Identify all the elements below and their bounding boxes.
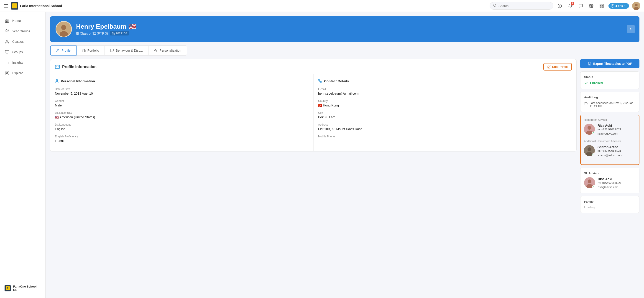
value-proficiency: Fluent (55, 139, 309, 143)
svg-point-0 (494, 4, 496, 6)
additional-advisor-name: Sharon Arese (598, 145, 622, 149)
svg-rect-3 (600, 4, 602, 5)
family-card: Family Loading... (580, 196, 640, 213)
sl-advisor-avatar (584, 177, 595, 188)
tab-behaviour-label: Behaviour & Disc... (116, 49, 143, 52)
value-mobile: – (318, 139, 572, 143)
tab-portfolio[interactable]: Portfolio (76, 45, 105, 55)
search-input[interactable] (498, 4, 544, 8)
sidebar-item-groups[interactable]: Groups (0, 47, 45, 57)
tab-profile[interactable]: Profile (50, 45, 76, 55)
tab-personalisation[interactable]: Personalisation (148, 45, 187, 55)
field-address: Address Flat 10B, 68 Mount Davis Road (318, 123, 572, 131)
value-gender: Male (55, 103, 309, 107)
sidebar-label-home: Home (12, 19, 21, 22)
svg-marker-20 (6, 72, 8, 74)
sidebar-label-groups: Groups (12, 50, 23, 54)
additional-homeroom-label: Additional Homeroom Advisors (584, 140, 636, 143)
classes-icon (4, 39, 10, 44)
sl-advisor-card: SL Advisor Risa Aoki m: +8 (580, 168, 640, 193)
info-grid: Personal Information Date of Birth Novem… (50, 74, 576, 151)
hamburger-menu[interactable] (4, 4, 8, 7)
add-button[interactable] (556, 2, 564, 9)
homeroom-advisor-box: Homeroom Advisor R (580, 115, 640, 165)
status-title: Status (584, 75, 636, 79)
homeroom-advisor-name: Risa Aoki (598, 124, 621, 127)
sidebar-label-explore: Explore (12, 71, 23, 75)
additional-online-dot (592, 153, 594, 156)
edit-profile-button[interactable]: Edit Profile (543, 63, 572, 70)
value-language: English (55, 127, 309, 131)
field-gender: Gender Male (55, 99, 309, 107)
svg-point-39 (588, 147, 591, 151)
messages-button[interactable] (577, 2, 584, 9)
top-navigation: F Faria International School 2 4 of 5 (0, 0, 644, 12)
sidebar-label-classes: Classes (12, 40, 24, 43)
settings-button[interactable] (588, 2, 595, 9)
svg-rect-5 (600, 6, 602, 7)
card-header: Profile Information Edit Profile (50, 59, 576, 74)
student-flag: 🇺🇸 (129, 23, 137, 30)
sl-advisor-email: risa@eduvo.com (598, 185, 622, 190)
sl-advisor-details: Risa Aoki m: +852 9208 8021 risa@eduvo.c… (598, 177, 622, 190)
label-language: 1st Language (55, 123, 309, 126)
export-timetables-button[interactable]: Export Timetables to PDF (580, 59, 640, 68)
svg-point-25 (57, 49, 58, 50)
content-row: Profile Information Edit Profile Per (50, 59, 640, 216)
search-bar[interactable] (490, 2, 553, 9)
sl-online-dot (592, 185, 594, 188)
license-label: 4 of 5 (615, 4, 623, 7)
contact-info-section: Contact Details E-mail henry.epelbaum@gm… (313, 74, 576, 151)
sidebar-item-year-groups[interactable]: Year Groups (0, 26, 45, 36)
sidebar-item-explore[interactable]: Explore (0, 68, 45, 78)
sidebar-item-insights[interactable]: Insights (0, 57, 45, 68)
value-email: henry.epelbaum@gmail.com (318, 92, 572, 95)
sidebar-item-home[interactable]: Home (0, 15, 45, 26)
apps-grid-button[interactable] (598, 2, 605, 9)
notification-badge: 2 (571, 2, 574, 5)
sidebar-bottom[interactable]: F FariaOne School OS (0, 282, 45, 294)
tab-behaviour[interactable]: Behaviour & Disc... (105, 45, 148, 55)
personal-info-section: Personal Information Date of Birth Novem… (50, 74, 313, 151)
additional-advisor-phone: m: +852 9201 8021 (598, 149, 622, 153)
family-title: Family (584, 200, 636, 203)
sl-advisor-label: SL Advisor (584, 172, 636, 175)
main-content: Henry Epelbaum 🇺🇸 IB Class of 32 (PYP 3)… (46, 12, 644, 298)
svg-rect-6 (602, 6, 604, 7)
value-dob: November 5, 2013 Age: 10 (55, 92, 309, 95)
label-email: E-mail (318, 88, 572, 91)
value-city: Pok Fu Lam (318, 115, 572, 119)
svg-point-23 (60, 31, 68, 37)
student-id-badge: 2027108 (110, 31, 129, 35)
license-badge[interactable]: 4 of 5 (608, 3, 629, 9)
sidebar-bottom-label: FariaOne School OS (13, 285, 41, 292)
label-address: Address (318, 123, 572, 126)
field-proficiency: English Proficiency Fluent (55, 135, 309, 143)
sidebar-item-classes[interactable]: Classes (0, 36, 45, 47)
label-dob: Date of Birth (55, 88, 309, 91)
additional-advisor-avatar (584, 145, 595, 156)
app-logo[interactable]: F Faria International School (11, 2, 62, 9)
homeroom-advisor-label: Homeroom Advisor (584, 118, 636, 121)
tab-profile-label: Profile (62, 49, 70, 52)
student-sub-info: IB Class of 32 (PYP 3) 2027108 (76, 31, 137, 35)
label-nationality: 1st Nationality (55, 111, 309, 114)
svg-rect-4 (602, 4, 604, 5)
field-country: Country 🇭🇰 Hong Kong (318, 99, 572, 107)
notification-bell[interactable]: 2 (566, 2, 574, 9)
svg-rect-27 (55, 65, 60, 68)
audit-log-card: Audit Log Last accessed on Nov 6, 2023 a… (580, 92, 640, 112)
homeroom-advisor-card: Risa Aoki m: +852 9208 8021 risa@eduvo.c… (584, 124, 636, 136)
audit-log-text: Last accessed on Nov 6, 2023 at 11:33 PM (590, 101, 636, 108)
field-city: City Pok Fu Lam (318, 111, 572, 119)
personal-info-title: Personal Information (55, 79, 309, 83)
user-avatar[interactable] (632, 2, 640, 10)
logo-letter: F (12, 3, 17, 8)
tab-personalisation-label: Personalisation (160, 49, 181, 52)
next-student-button[interactable] (627, 25, 635, 33)
homeroom-advisor-section: Homeroom Advisor R (584, 118, 636, 136)
label-country: Country (318, 99, 572, 103)
status-card: Status Enrolled (580, 71, 640, 89)
year-groups-icon (4, 29, 10, 34)
additional-advisor-email: sharon@eduvo.com (598, 153, 622, 158)
